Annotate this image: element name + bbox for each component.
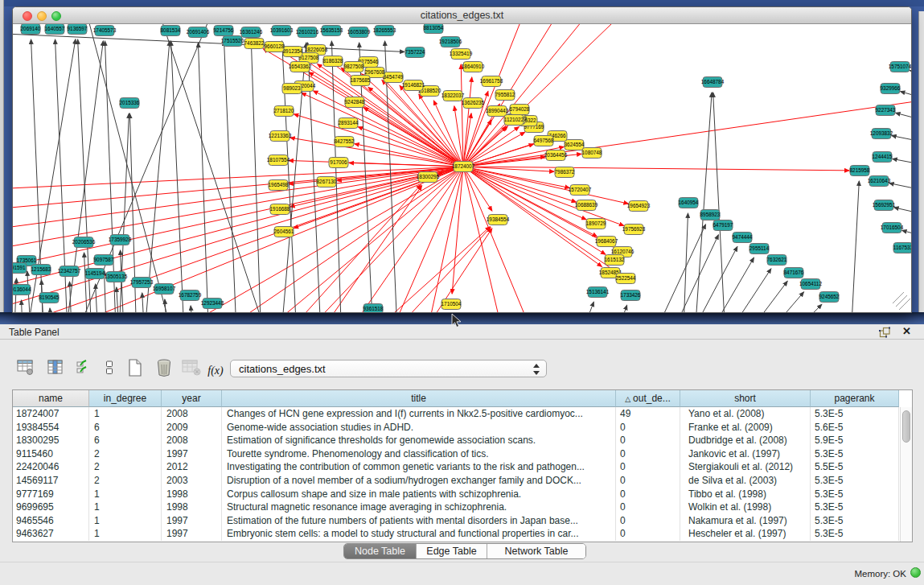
table-cell: 19384554 — [13, 421, 89, 435]
tab-edge-table[interactable]: Edge Table — [417, 544, 487, 558]
float-window-icon[interactable] — [879, 327, 890, 338]
table-cell: 2012 — [162, 460, 222, 474]
graph-node-label: 17016504 — [881, 225, 904, 230]
graph-node-label: 16210643 — [868, 178, 891, 183]
graph-edge — [737, 292, 804, 312]
graph-node-label: 6497568 — [534, 138, 554, 143]
delete-table-icon[interactable] — [153, 358, 175, 379]
table-cell: 5.3E-5 — [811, 488, 899, 501]
panel-close-icon[interactable]: ✕ — [902, 325, 911, 337]
table-selector[interactable]: citations_edges.txt — [230, 360, 547, 377]
resize-grip[interactable] — [893, 292, 910, 310]
graph-node-label: 12610216 — [296, 29, 319, 35]
table-row[interactable]: 1872400712008Changes of HCN gene express… — [13, 407, 913, 421]
table-settings-icon[interactable] — [14, 358, 37, 379]
graph-node-label: 18300295 — [417, 174, 440, 179]
graph-node-label: 1640557 — [45, 26, 65, 31]
table-row[interactable]: 911546021997Tourette syndrome. Phenomeno… — [13, 447, 913, 461]
graph-node-label: 7632621 — [767, 257, 787, 262]
table-row[interactable]: 1830029562008Estimation of significance … — [13, 434, 913, 447]
graph-edge — [302, 93, 463, 167]
table-row[interactable]: 1938455462009Genome-wide association stu… — [13, 421, 913, 435]
citation-graph: 1872400715720407106886397986372362455410… — [13, 24, 911, 312]
scrollbar-thumb[interactable] — [902, 410, 910, 443]
mouse-cursor — [451, 313, 462, 329]
window-titlebar[interactable]: citations_edges.txt — [13, 7, 911, 24]
merge-rows-icon[interactable] — [98, 358, 121, 379]
function-builder-icon[interactable]: f(x) — [204, 360, 227, 381]
row-select-icon[interactable] — [73, 358, 96, 379]
table-row[interactable]: 2242004622012Investigating the contribut… — [13, 460, 913, 474]
graph-node-label: 18322037 — [441, 93, 465, 98]
tab-network-table[interactable]: Network Table — [487, 544, 585, 558]
table-row[interactable]: 969969511998Structural magnetic resonanc… — [13, 501, 913, 514]
graph-node-label: 2015336 — [120, 100, 140, 105]
column-header-short[interactable]: short — [680, 390, 811, 407]
graph-node-label: 3624554 — [565, 142, 585, 147]
network-canvas[interactable]: 1872400715720407106886397986372362455410… — [13, 24, 911, 312]
graph-node-label: 9660128 — [265, 43, 285, 49]
column-header-out_de[interactable]: △out_de... — [616, 390, 680, 407]
table-body: 1872400712008Changes of HCN gene express… — [13, 407, 913, 542]
table-cell: 9465546 — [13, 514, 89, 528]
graph-node-label: 9214756 — [214, 27, 234, 33]
new-table-icon[interactable] — [124, 358, 146, 379]
table-cell: Genome-wide association studies in ADHD. — [222, 421, 616, 435]
table-header-row: namein_degreeyeartitle△out_de...shortpag… — [13, 390, 913, 407]
vertical-scrollbar[interactable] — [900, 407, 912, 542]
graph-edge — [13, 34, 405, 51]
table-cell: 1 — [89, 488, 162, 501]
table-cell: Disruption of a novel member of a sodium… — [222, 474, 616, 488]
column-header-year[interactable]: year — [162, 390, 222, 407]
graph-node-label: 20364456 — [544, 152, 568, 158]
table-row[interactable]: 1456911722003Disruption of a novel membe… — [13, 474, 913, 488]
column-header-pagerank[interactable]: pagerank — [811, 390, 899, 407]
graph-node-label: 7986372 — [555, 169, 575, 175]
graph-node-label: 18724007 — [452, 163, 475, 169]
table-cell: 0 — [616, 474, 680, 488]
table-mode-tabs: Node TableEdge TableNetwork Table — [343, 543, 586, 559]
column-header-in_degree[interactable]: in_degree — [89, 390, 162, 407]
graph-node-label: 1965498 — [269, 182, 289, 187]
graph-node-label: 9329966 — [881, 85, 901, 91]
desktop: citations_edges.txt 18724007157204071068… — [0, 0, 924, 585]
status-bar: Memory: OK — [0, 562, 924, 585]
table-cell: 1 — [89, 514, 162, 528]
table-cell: 5.6E-5 — [811, 421, 899, 435]
column-visibility-icon[interactable] — [44, 358, 67, 379]
graph-edge — [604, 305, 627, 312]
column-header-title[interactable]: title — [222, 390, 616, 407]
graph-node-label: 9097587 — [94, 257, 114, 262]
table-cell: 14569117 — [13, 474, 89, 488]
table-cell: 6 — [89, 421, 162, 435]
graph-node-label: 16782759 — [179, 292, 202, 298]
background-window-left — [0, 0, 4, 324]
sort-ascending-icon: △ — [625, 395, 630, 403]
table-cell: 5.3E-5 — [811, 407, 899, 421]
graph-node-label: 15751074 — [889, 64, 911, 69]
clear-table-icon — [180, 358, 203, 379]
graph-node-label: 10391603 — [270, 27, 294, 33]
table-panel: Table Panel ✕ — [0, 324, 924, 585]
table-cell: 5.3E-5 — [811, 527, 899, 541]
graph-node-label: 18265553 — [373, 27, 396, 33]
table-row[interactable]: 946362711997Embryonic stem cells: a mode… — [13, 527, 913, 541]
table-cell: 9699695 — [13, 501, 89, 514]
graph-edge — [50, 308, 55, 312]
graph-edge — [463, 167, 628, 204]
column-header-name[interactable]: name — [13, 390, 89, 407]
table-row[interactable]: 946554611997Estimation of the future num… — [13, 514, 913, 528]
table-panel-title: Table Panel — [9, 327, 60, 338]
memory-status-icon[interactable] — [910, 567, 921, 578]
graph-node-label: 15136141 — [586, 289, 610, 295]
table-row[interactable]: 977716911998Corpus callosum shape and si… — [13, 488, 913, 501]
graph-node-label: 12342757 — [58, 268, 81, 274]
graph-edge — [13, 167, 463, 209]
graph-node-label: 2893144 — [339, 120, 359, 126]
combo-arrows-icon — [533, 363, 540, 376]
table-cell: 5.3E-5 — [811, 514, 899, 528]
tab-node-table[interactable]: Node Table — [344, 544, 417, 558]
table-cell: 5.5E-5 — [811, 460, 899, 474]
graph-edge — [294, 114, 463, 167]
table-cell: 9777169 — [13, 488, 89, 501]
